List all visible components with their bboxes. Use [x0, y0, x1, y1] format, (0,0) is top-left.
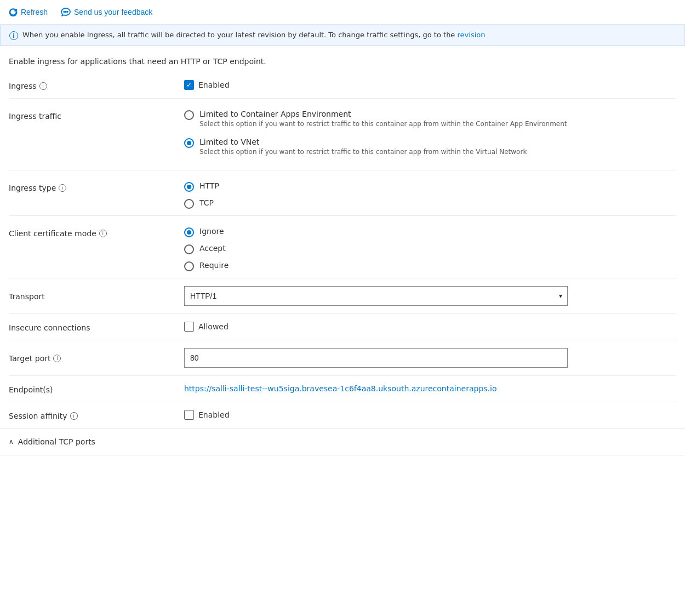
ingress-row: Ingress i ✓ Enabled [9, 72, 676, 98]
ingress-checkbox[interactable]: ✓ [184, 80, 194, 90]
client-cert-label-wrapper: Client certificate mode i [9, 227, 184, 238]
endpoint-link[interactable]: https://salli-salli-test--wu5siga.braves… [184, 384, 497, 393]
insecure-connections-checkbox[interactable] [184, 322, 194, 332]
toolbar: Refresh Send us your feedback [0, 0, 685, 25]
type-tcp-label: TCP [199, 198, 214, 207]
svg-point-1 [65, 12, 66, 13]
ingress-traffic-row: Ingress traffic Limited to Container App… [9, 99, 676, 170]
target-port-row: Target port i [9, 340, 676, 375]
traffic-option-vnet: Limited to VNet Select this option if yo… [184, 138, 676, 157]
feedback-icon [61, 8, 71, 16]
endpoints-label: Endpoint(s) [9, 385, 53, 394]
ingress-type-label-wrapper: Ingress type i [9, 181, 184, 192]
cert-option-ignore: Ignore [184, 227, 676, 237]
type-radio-http[interactable] [184, 182, 194, 192]
session-affinity-label-wrapper: Session affinity i [9, 410, 184, 420]
traffic-env-title: Limited to Container Apps Environment [199, 110, 567, 118]
target-port-input[interactable] [184, 348, 568, 368]
additional-tcp-section[interactable]: ∧ Additional TCP ports [0, 428, 685, 455]
info-banner: i When you enable Ingress, all traffic w… [0, 25, 685, 46]
target-port-label-wrapper: Target port i [9, 352, 184, 363]
target-port-control [184, 348, 676, 368]
refresh-button[interactable]: Refresh [9, 8, 48, 16]
feedback-button[interactable]: Send us your feedback [61, 8, 152, 16]
traffic-option-env: Limited to Container Apps Environment Se… [184, 110, 676, 129]
cert-accept-label: Accept [199, 244, 226, 253]
ingress-checkbox-wrapper: ✓ Enabled [184, 80, 676, 90]
ingress-info-icon[interactable]: i [39, 82, 47, 90]
client-cert-control: Ignore Accept Require [184, 227, 676, 273]
session-affinity-control: Enabled [184, 410, 676, 420]
refresh-icon [9, 8, 18, 16]
transport-label-wrapper: Transport [9, 290, 184, 301]
ingress-label: Ingress [9, 82, 37, 90]
client-cert-info-icon[interactable]: i [99, 230, 107, 237]
banner-text: When you enable Ingress, all traffic wil… [22, 31, 458, 39]
type-radio-tcp[interactable] [184, 199, 194, 209]
transport-select[interactable]: HTTP/1 HTTP/2 Auto [184, 286, 568, 306]
ingress-checkbox-label: Enabled [198, 81, 230, 89]
ingress-traffic-control: Limited to Container Apps Environment Se… [184, 110, 676, 166]
ingress-label-wrapper: Ingress i [9, 80, 184, 90]
divider-bottom [0, 455, 685, 455]
transport-select-wrapper: HTTP/1 HTTP/2 Auto ▾ [184, 286, 568, 306]
page-description: Enable ingress for applications that nee… [0, 46, 685, 72]
ingress-control: ✓ Enabled [184, 80, 676, 90]
target-port-label: Target port [9, 354, 50, 363]
cert-ignore-label: Ignore [199, 227, 224, 236]
type-http-label: HTTP [199, 181, 219, 190]
session-affinity-checkbox[interactable] [184, 410, 194, 420]
insecure-connections-row: Insecure connections Allowed [9, 314, 676, 340]
svg-point-0 [64, 12, 65, 13]
endpoints-label-wrapper: Endpoint(s) [9, 384, 184, 394]
client-cert-row: Client certificate mode i Ignore Accept [9, 216, 676, 278]
cert-option-accept: Accept [184, 244, 676, 254]
target-port-info-icon[interactable]: i [53, 355, 61, 362]
cert-radio-require[interactable] [184, 261, 194, 271]
traffic-radio-env[interactable] [184, 110, 194, 120]
additional-tcp-label: Additional TCP ports [18, 437, 95, 446]
info-icon: i [9, 31, 18, 40]
ingress-type-info-icon[interactable]: i [59, 184, 66, 192]
session-affinity-checkbox-label: Enabled [198, 410, 230, 419]
insecure-connections-label-wrapper: Insecure connections [9, 322, 184, 332]
client-cert-label: Client certificate mode [9, 229, 96, 238]
endpoints-control: https://salli-salli-test--wu5siga.braves… [184, 384, 676, 393]
type-option-http: HTTP [184, 181, 676, 192]
cert-require-label: Require [199, 261, 229, 270]
traffic-vnet-desc: Select this option if you want to restri… [199, 147, 527, 157]
svg-point-2 [67, 12, 68, 13]
traffic-radio-vnet[interactable] [184, 138, 194, 148]
ingress-traffic-label-wrapper: Ingress traffic [9, 110, 184, 121]
feedback-label: Send us your feedback [74, 8, 152, 16]
endpoints-row: Endpoint(s) https://salli-salli-test--wu… [9, 376, 676, 402]
insecure-connections-control: Allowed [184, 322, 676, 332]
cert-radio-accept[interactable] [184, 244, 194, 254]
session-affinity-row: Session affinity i Enabled [9, 402, 676, 428]
session-affinity-label: Session affinity [9, 412, 67, 420]
ingress-type-row: Ingress type i HTTP TCP [9, 170, 676, 215]
session-affinity-info-icon[interactable]: i [70, 412, 78, 420]
transport-control: HTTP/1 HTTP/2 Auto ▾ [184, 286, 676, 306]
refresh-label: Refresh [21, 8, 48, 16]
insecure-connections-label: Insecure connections [9, 323, 90, 332]
transport-label: Transport [9, 292, 45, 301]
cert-radio-ignore[interactable] [184, 227, 194, 237]
revision-link[interactable]: revision [458, 31, 486, 39]
transport-row: Transport HTTP/1 HTTP/2 Auto ▾ [9, 278, 676, 313]
traffic-env-desc: Select this option if you want to restri… [199, 119, 567, 129]
insecure-connections-checkbox-wrapper: Allowed [184, 322, 676, 332]
ingress-traffic-label: Ingress traffic [9, 112, 61, 121]
insecure-connections-checkbox-label: Allowed [198, 322, 229, 331]
ingress-type-control: HTTP TCP [184, 181, 676, 211]
additional-tcp-chevron-icon: ∧ [9, 438, 14, 446]
type-option-tcp: TCP [184, 198, 676, 209]
cert-option-require: Require [184, 261, 676, 271]
traffic-vnet-title: Limited to VNet [199, 138, 527, 146]
form-container: Ingress i ✓ Enabled Ingress traffic Lim [0, 72, 685, 428]
session-affinity-checkbox-wrapper: Enabled [184, 410, 676, 420]
ingress-type-label: Ingress type [9, 184, 56, 192]
